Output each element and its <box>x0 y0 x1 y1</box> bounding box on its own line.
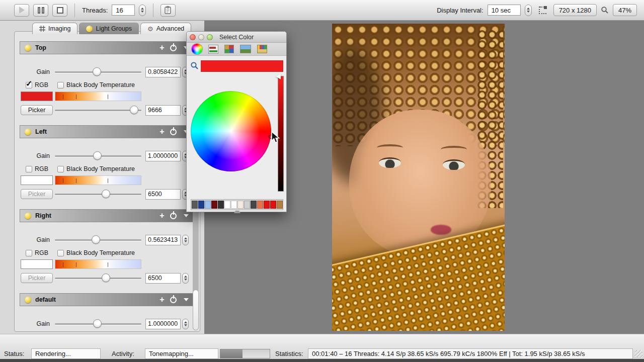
color-loupe-icon[interactable] <box>190 61 199 70</box>
power-toggle-icon[interactable] <box>170 213 177 219</box>
rgb-checkbox[interactable] <box>26 250 32 256</box>
swatch[interactable] <box>244 201 250 209</box>
rgb-color-swatch[interactable] <box>21 175 53 185</box>
minimize-icon[interactable] <box>198 34 204 40</box>
swatch[interactable] <box>218 201 224 209</box>
gain-slider[interactable] <box>55 65 141 78</box>
light-group-header[interactable]: Right + <box>20 209 194 222</box>
black-body-checkbox[interactable] <box>57 166 64 172</box>
swatch[interactable] <box>277 201 283 209</box>
solo-plus-icon[interactable]: + <box>158 44 166 52</box>
collapse-chevron-icon[interactable] <box>184 214 189 217</box>
zoom-magnifier-icon[interactable] <box>601 6 609 14</box>
light-bulb-icon <box>25 129 31 135</box>
tab-light-groups[interactable]: Light Groups <box>79 23 139 34</box>
light-group-header[interactable]: default + <box>20 293 194 306</box>
rgb-color-swatch[interactable] <box>21 259 53 269</box>
crayons-mode-icon[interactable] <box>257 45 267 53</box>
slider-thumb[interactable] <box>93 151 102 160</box>
slider-thumb[interactable] <box>93 319 102 328</box>
color-wheel[interactable] <box>191 91 271 171</box>
swatch[interactable] <box>270 201 276 209</box>
solo-plus-icon[interactable]: + <box>158 128 166 136</box>
slider-thumb[interactable] <box>93 67 101 76</box>
rgb-color-swatch[interactable] <box>21 92 53 101</box>
temperature-slider[interactable] <box>55 272 141 285</box>
swatch[interactable] <box>198 201 204 209</box>
slider-thumb[interactable] <box>102 274 110 282</box>
swatch[interactable] <box>251 201 257 209</box>
swatch[interactable] <box>231 201 237 209</box>
collapse-chevron-icon[interactable] <box>184 298 189 301</box>
gain-value-input[interactable]: 0.5623413 <box>145 235 181 245</box>
swatch[interactable] <box>205 201 211 209</box>
gain-slider[interactable] <box>55 149 141 162</box>
swatch-row <box>20 259 194 269</box>
light-group-header[interactable]: Top + <box>20 41 194 54</box>
swatch[interactable] <box>192 201 198 209</box>
solo-plus-icon[interactable]: + <box>158 296 166 304</box>
color-window-titlebar[interactable]: Select Color <box>187 32 286 43</box>
color-wheel-mode-icon[interactable] <box>192 44 202 54</box>
tray-drag-handle[interactable] <box>234 211 240 213</box>
light-group-header[interactable]: Left + <box>20 125 194 138</box>
gain-slider[interactable] <box>55 317 141 330</box>
picker-button[interactable]: Picker <box>21 105 53 115</box>
power-toggle-icon[interactable] <box>170 129 177 135</box>
gain-label: Gain <box>20 320 50 327</box>
gain-stepper[interactable] <box>182 319 189 329</box>
picker-button[interactable]: Picker <box>21 189 53 199</box>
swatch[interactable] <box>224 201 230 209</box>
brightness-slider-marker[interactable] <box>276 73 281 79</box>
temperature-slider[interactable] <box>55 188 141 201</box>
threads-stepper[interactable] <box>139 5 146 16</box>
tab-advanced[interactable]: ⚙ Advanced <box>140 23 191 34</box>
color-mode-row: RGB Black Body Temperature <box>20 248 194 257</box>
stop-button[interactable] <box>52 4 67 17</box>
rgb-checkbox[interactable] <box>26 166 32 172</box>
temperature-value-input[interactable]: 6500 <box>145 189 181 200</box>
display-interval-input[interactable]: 10 sec <box>488 5 521 16</box>
tab-imaging[interactable]: Imaging <box>32 23 77 34</box>
close-icon[interactable] <box>190 34 196 40</box>
resize-grip[interactable] <box>635 350 642 357</box>
zoom-window-icon[interactable] <box>207 34 213 40</box>
gain-value-input[interactable]: 1.0000000 <box>145 151 181 161</box>
slider-thumb[interactable] <box>92 235 100 244</box>
slider-thumb[interactable] <box>102 190 110 198</box>
temperature-value-input[interactable]: 9666 <box>145 105 181 116</box>
temperature-slider[interactable] <box>55 104 141 117</box>
black-body-checkbox[interactable] <box>57 82 64 88</box>
swatch[interactable] <box>237 201 244 209</box>
black-body-checkbox[interactable] <box>57 250 64 256</box>
scrollbar-thumb[interactable] <box>193 290 199 330</box>
threads-input[interactable]: 16 <box>112 5 135 16</box>
copy-to-clipboard-button[interactable] <box>160 4 176 17</box>
slider-thumb[interactable] <box>130 106 138 114</box>
rgb-checkbox[interactable] <box>26 82 32 88</box>
power-toggle-icon[interactable] <box>170 45 177 51</box>
color-palettes-mode-icon[interactable] <box>224 45 234 53</box>
display-interval-stepper[interactable] <box>525 5 532 16</box>
gain-value-input[interactable]: 1.0000000 <box>145 319 181 329</box>
color-mode-row: RGB Black Body Temperature <box>20 164 194 173</box>
color-sliders-mode-icon[interactable] <box>208 45 218 54</box>
gain-stepper[interactable] <box>182 235 189 245</box>
gain-value-input[interactable]: 0.8058422 <box>145 67 181 77</box>
swatch[interactable] <box>211 201 217 209</box>
resolution-button[interactable]: 362 x 644 <box>553 4 597 16</box>
temperature-value-input[interactable]: 6500 <box>145 273 181 284</box>
power-toggle-icon[interactable] <box>170 297 177 303</box>
gain-slider[interactable] <box>55 233 141 246</box>
display-interval-label: Display Interval: <box>437 7 483 14</box>
fit-to-window-icon[interactable] <box>539 7 546 14</box>
zoom-percent-button[interactable]: 47% <box>613 4 637 16</box>
image-palettes-mode-icon[interactable] <box>240 45 251 53</box>
picker-button[interactable]: Picker <box>21 273 53 283</box>
swatch[interactable] <box>257 201 263 209</box>
solo-plus-icon[interactable]: + <box>158 212 166 220</box>
play-button[interactable] <box>14 4 29 17</box>
temperature-stepper[interactable] <box>182 273 189 284</box>
swatch[interactable] <box>264 201 270 209</box>
pause-button[interactable] <box>33 4 48 17</box>
